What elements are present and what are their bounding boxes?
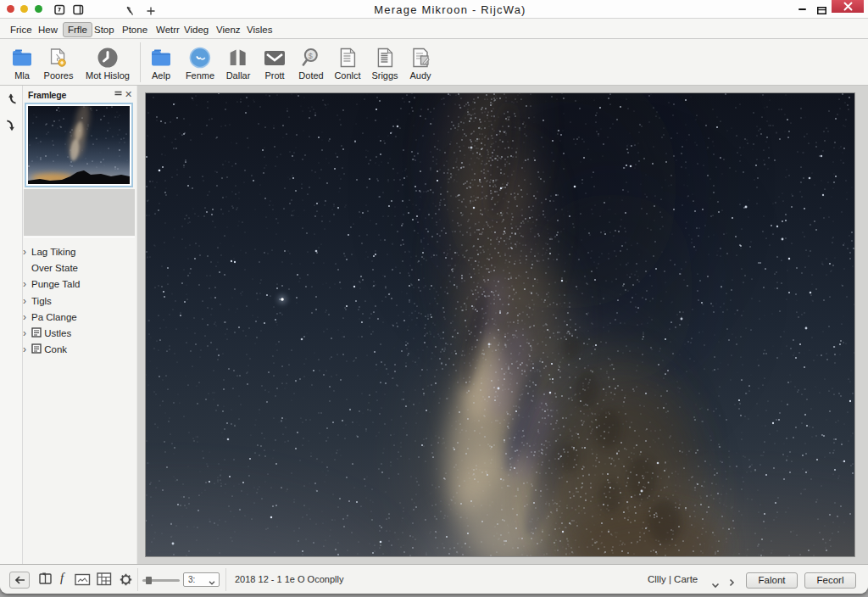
svg-text:$: $ xyxy=(308,52,312,60)
